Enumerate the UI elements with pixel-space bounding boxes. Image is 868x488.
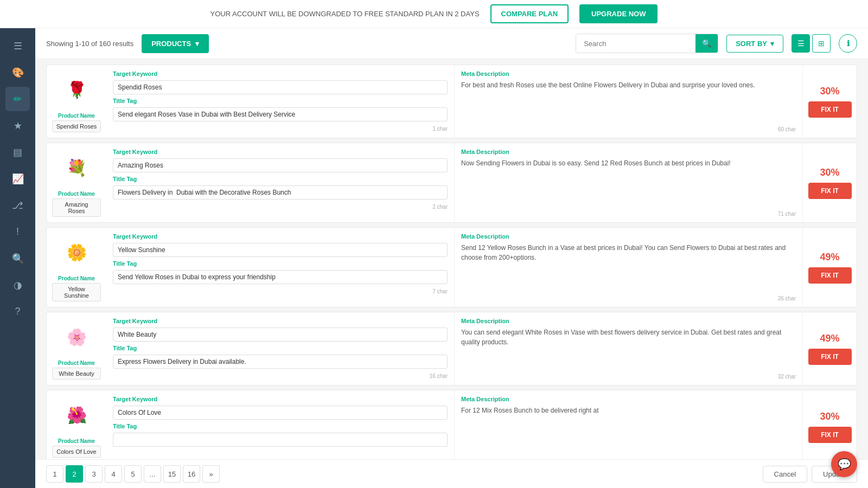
product-seo-section: Target Keyword Title Tag 7 char <box>106 228 454 307</box>
target-keyword-input[interactable] <box>113 406 448 420</box>
search-input[interactable] <box>576 35 695 52</box>
page-btn-5[interactable]: 5 <box>124 465 142 483</box>
product-name-label: Product Name <box>58 360 95 366</box>
fix-it-button[interactable]: FIX IT <box>808 101 852 118</box>
search-button[interactable]: 🔍 <box>695 34 718 53</box>
target-keyword-input[interactable] <box>113 158 448 172</box>
product-image: 🌸 <box>58 318 95 356</box>
chat-bubble[interactable]: 💬 <box>831 451 857 477</box>
list-view-button[interactable]: ☰ <box>792 34 810 53</box>
title-tag-input[interactable] <box>113 270 448 284</box>
table-row: 🌼 Product Name Yellow Sunshine Target Ke… <box>46 227 857 307</box>
target-keyword-input[interactable] <box>113 328 448 342</box>
product-image-section: 🌸 Product Name White Beauty <box>47 312 106 385</box>
title-tag-input[interactable] <box>113 355 448 369</box>
fix-it-button[interactable]: FIX IT <box>808 427 852 443</box>
fix-it-button[interactable]: FIX IT <box>808 349 852 365</box>
sidebar-icon-alert[interactable]: ! <box>5 220 30 244</box>
info-button[interactable]: ℹ <box>839 34 857 53</box>
product-seo-section: Target Keyword Title Tag 2 char <box>106 143 454 222</box>
product-image: 🌼 <box>58 233 95 271</box>
target-keyword-label: Target Keyword <box>113 396 448 402</box>
meta-char-count: 26 char <box>461 296 796 301</box>
product-meta-section: Meta Description Send 12 Yellow Roses Bu… <box>454 228 802 307</box>
product-meta-section: Meta Description You can send elegant Wh… <box>454 312 802 385</box>
products-dropdown-button[interactable]: PRODUCTS ▾ <box>142 34 209 53</box>
sidebar-icon-search[interactable]: 🔍 <box>5 246 30 271</box>
fix-it-button[interactable]: FIX IT <box>808 183 852 199</box>
content-area: Showing 1-10 of 160 results PRODUCTS ▾ 🔍… <box>35 28 868 488</box>
sidebar-icon-pie-chart[interactable]: ◑ <box>5 273 30 297</box>
product-name-value: Spendid Roses <box>52 120 101 132</box>
pagination-bar: 12345...1516» Cancel Update <box>35 459 868 488</box>
page-btn-15[interactable]: 15 <box>163 465 181 483</box>
score-section: 30% FIX IT <box>802 143 857 222</box>
product-name-value: Amazing Roses <box>52 198 101 217</box>
title-tag-input[interactable] <box>113 107 448 121</box>
grid-view-button[interactable]: ⊞ <box>812 34 831 53</box>
product-image-section: 🌼 Product Name Yellow Sunshine <box>47 228 106 307</box>
product-name-label: Product Name <box>58 191 95 197</box>
sidebar-icon-star[interactable]: ★ <box>5 113 30 138</box>
score-section: 49% FIX IT <box>802 312 857 385</box>
page-btn-»[interactable]: » <box>202 465 220 483</box>
title-char-count: 7 char <box>113 288 448 294</box>
sidebar-icon-chart-bar[interactable]: ▤ <box>5 140 30 164</box>
meta-description-text: For 12 Mix Roses Bunch to be delivered r… <box>461 406 796 454</box>
page-btn-16[interactable]: 16 <box>183 465 200 483</box>
table-row: 🌸 Product Name White Beauty Target Keywo… <box>46 312 857 386</box>
score-value: 30% <box>820 411 839 422</box>
score-value: 49% <box>820 252 839 263</box>
table-row: 🌺 Product Name Colors Of Love Target Key… <box>46 390 857 459</box>
product-seo-section: Target Keyword Title Tag 1 char <box>106 65 454 138</box>
target-keyword-label: Target Keyword <box>113 149 448 155</box>
product-image: 🌺 <box>58 396 95 434</box>
page-btn-...[interactable]: ... <box>144 465 161 483</box>
title-tag-label: Title Tag <box>113 345 448 351</box>
product-seo-section: Target Keyword Title Tag <box>106 390 454 459</box>
product-image-section: 💐 Product Name Amazing Roses <box>47 143 106 222</box>
page-btn-4[interactable]: 4 <box>105 465 122 483</box>
compare-plan-button[interactable]: COMPARE PLAN <box>490 4 569 23</box>
meta-char-count: 32 char <box>461 374 796 380</box>
score-section: 30% FIX IT <box>802 65 857 138</box>
title-tag-input[interactable] <box>113 185 448 200</box>
product-name-value: White Beauty <box>52 368 101 380</box>
sidebar-icon-menu[interactable]: ☰ <box>5 34 30 58</box>
page-btn-2[interactable]: 2 <box>66 465 83 483</box>
meta-description-text: Send 12 Yellow Roses Bunch in a Vase at … <box>461 243 796 292</box>
cancel-button[interactable]: Cancel <box>763 466 807 483</box>
title-tag-input[interactable] <box>113 433 448 447</box>
page-btn-3[interactable]: 3 <box>85 465 103 483</box>
product-seo-section: Target Keyword Title Tag 16 char <box>106 312 454 385</box>
view-toggle: ☰ ⊞ <box>792 34 831 53</box>
fix-it-button[interactable]: FIX IT <box>808 267 852 284</box>
product-name-value: Colors Of Love <box>52 446 101 458</box>
sidebar-icon-trending[interactable]: 📈 <box>5 166 30 191</box>
product-image: 💐 <box>58 149 95 187</box>
product-meta-section: Meta Description For best and fresh Rose… <box>454 65 802 138</box>
table-row: 💐 Product Name Amazing Roses Target Keyw… <box>46 143 857 223</box>
product-meta-section: Meta Description For 12 Mix Roses Bunch … <box>454 390 802 459</box>
product-meta-section: Meta Description Now Sending Flowers in … <box>454 143 802 222</box>
sidebar-icon-help[interactable]: ? <box>5 299 30 324</box>
sort-arrow-icon: ▾ <box>770 40 774 48</box>
meta-description-label: Meta Description <box>461 233 796 240</box>
target-keyword-label: Target Keyword <box>113 318 448 324</box>
meta-char-count: 60 char <box>461 126 796 132</box>
sidebar-icon-palette[interactable]: 🎨 <box>5 60 30 85</box>
meta-char-count: 71 char <box>461 211 796 217</box>
sidebar-icon-edit[interactable]: ✏ <box>5 87 30 111</box>
meta-description-label: Meta Description <box>461 318 796 324</box>
sort-by-button[interactable]: SORT BY ▾ <box>726 35 783 53</box>
product-name-label: Product Name <box>58 438 95 444</box>
page-btn-1[interactable]: 1 <box>46 465 63 483</box>
meta-description-label: Meta Description <box>461 70 796 77</box>
upgrade-now-button[interactable]: UPGRADE NOW <box>579 4 658 23</box>
target-keyword-input[interactable] <box>113 243 448 257</box>
target-keyword-input[interactable] <box>113 80 448 94</box>
sidebar-icon-hierarchy[interactable]: ⎇ <box>5 193 30 217</box>
product-list: 🌹 Product Name Spendid Roses Target Keyw… <box>35 59 868 459</box>
title-char-count: 16 char <box>113 373 448 379</box>
meta-description-text: You can send elegant White Roses in Vase… <box>461 328 796 370</box>
